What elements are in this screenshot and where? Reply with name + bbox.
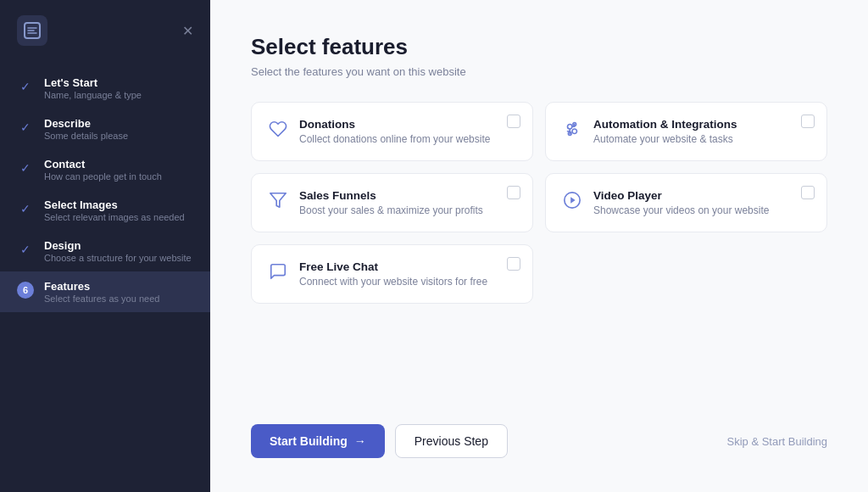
feature-desc-automation: Automate your website & tasks [593, 133, 810, 145]
heart-icon [269, 120, 287, 138]
check-icon: ✓ [17, 78, 34, 95]
main-content: Select features Select the features you … [210, 0, 868, 492]
checkbox-donations[interactable] [507, 115, 520, 128]
skip-button[interactable]: Skip & Start Building [726, 435, 827, 448]
nav-sub-select-images: Select relevant images as needed [44, 212, 185, 222]
start-building-button[interactable]: Start Building → [251, 424, 385, 458]
features-grid: Donations Collect donations online from … [251, 102, 827, 304]
svg-marker-7 [570, 197, 576, 203]
sidebar-logo [17, 15, 47, 46]
nav-label-features: Features [44, 280, 159, 293]
sidebar-item-select-images[interactable]: ✓ Select Images Select relevant images a… [0, 190, 210, 231]
sidebar-item-lets-start[interactable]: ✓ Let's Start Name, language & type [0, 68, 210, 109]
sidebar-item-contact[interactable]: ✓ Contact How can people get in touch [0, 149, 210, 190]
check-icon: ✓ [17, 200, 34, 217]
checkbox-video-player[interactable] [801, 186, 815, 199]
feature-name-automation: Automation & Integrations [593, 118, 810, 131]
chat-icon [269, 262, 287, 281]
page-subtitle: Select the features you want on this web… [251, 65, 827, 78]
close-icon[interactable]: ✕ [182, 23, 193, 39]
feature-name-live-chat: Free Live Chat [299, 260, 515, 273]
feature-desc-live-chat: Connect with your website visitors for f… [299, 276, 515, 288]
sidebar-header: ✕ [0, 0, 210, 61]
actions-bar: Start Building → Previous Step Skip & St… [251, 424, 827, 458]
funnel-icon [269, 191, 287, 210]
previous-step-button[interactable]: Previous Step [395, 424, 508, 458]
feature-name-donations: Donations [299, 118, 515, 131]
nav-label-contact: Contact [44, 158, 162, 171]
nav-sub-describe: Some details please [44, 131, 128, 141]
feature-desc-donations: Collect donations online from your websi… [299, 133, 515, 145]
video-icon [563, 191, 581, 210]
check-icon: ✓ [17, 119, 34, 136]
start-building-label: Start Building [270, 434, 348, 448]
feature-name-sales-funnels: Sales Funnels [299, 189, 515, 202]
step-number-icon: 6 [17, 282, 34, 299]
feature-card-donations[interactable]: Donations Collect donations online from … [251, 102, 533, 161]
checkbox-live-chat[interactable] [507, 257, 520, 271]
sidebar: ✕ ✓ Let's Start Name, language & type ✓ … [0, 0, 210, 492]
feature-desc-sales-funnels: Boost your sales & maximize your profits [299, 204, 515, 216]
automation-icon [563, 120, 581, 138]
arrow-icon: → [354, 434, 366, 448]
svg-point-2 [572, 129, 577, 134]
nav-sub-features: Select features as you need [44, 294, 159, 304]
nav-label-lets-start: Let's Start [44, 76, 142, 89]
feature-card-automation[interactable]: Automation & Integrations Automate your … [545, 102, 827, 161]
nav-sub-design: Choose a structure for your website [44, 253, 192, 263]
feature-card-sales-funnels[interactable]: Sales Funnels Boost your sales & maximiz… [251, 173, 533, 232]
nav-label-describe: Describe [44, 117, 128, 130]
nav-label-select-images: Select Images [44, 198, 185, 211]
svg-marker-5 [270, 193, 286, 208]
check-icon: ✓ [17, 159, 34, 176]
sidebar-item-describe[interactable]: ✓ Describe Some details please [0, 109, 210, 149]
sidebar-item-features[interactable]: 6 Features Select features as you need [0, 271, 210, 312]
nav-sub-lets-start: Name, language & type [44, 90, 142, 100]
feature-name-video-player: Video Player [593, 189, 810, 202]
checkbox-automation[interactable] [801, 115, 815, 128]
checkbox-sales-funnels[interactable] [507, 186, 520, 199]
check-icon: ✓ [17, 241, 34, 258]
nav-sub-contact: How can people get in touch [44, 171, 162, 182]
sidebar-nav: ✓ Let's Start Name, language & type ✓ De… [0, 61, 210, 492]
feature-desc-video-player: Showcase your videos on your website [593, 204, 810, 216]
feature-card-video-player[interactable]: Video Player Showcase your videos on you… [545, 173, 827, 232]
page-title: Select features [251, 34, 827, 60]
feature-card-live-chat[interactable]: Free Live Chat Connect with your website… [251, 244, 533, 304]
nav-label-design: Design [44, 239, 192, 252]
sidebar-item-design[interactable]: ✓ Design Choose a structure for your web… [0, 231, 210, 271]
